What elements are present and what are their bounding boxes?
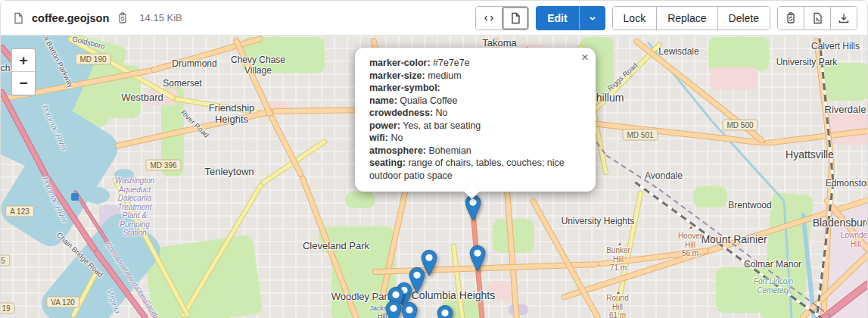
copy-contents-button[interactable] <box>778 7 804 30</box>
open-raw-button[interactable] <box>804 7 830 30</box>
file-actions-group: Lock Replace Delete <box>612 6 770 30</box>
popup-property: power: Yes, at bar seating <box>369 120 581 132</box>
zoom-out-button[interactable]: − <box>12 72 35 95</box>
map-marker[interactable] <box>385 301 402 318</box>
copy-path-button[interactable] <box>115 11 130 26</box>
file-name: coffee.geojson <box>32 12 109 24</box>
file-size: 14.15 KiB <box>139 12 182 23</box>
download-button[interactable] <box>830 7 857 30</box>
popup-close-button[interactable]: × <box>580 48 590 67</box>
map-marker[interactable] <box>469 245 486 272</box>
replace-button[interactable]: Replace <box>656 7 717 30</box>
edit-button[interactable]: Edit <box>536 6 578 30</box>
popup-properties: marker-color: #7e7e7emarker-size: medium… <box>369 57 581 182</box>
popup-property: crowdedness: No <box>369 107 581 120</box>
map-canvas[interactable]: TakomaLewisdaleCalvert HillsUniversity P… <box>1 36 867 318</box>
lock-button[interactable]: Lock <box>613 7 657 30</box>
popup-property: marker-color: #7e7e7e <box>369 57 581 70</box>
file-header: coffee.geojson 14.15 KiB Edit <box>1 1 867 36</box>
popup-property: marker-symbol: <box>369 82 581 95</box>
map-marker[interactable] <box>465 195 481 221</box>
zoom-in-button[interactable]: + <box>12 49 35 72</box>
view-toggle-group <box>475 6 529 30</box>
chevron-down-icon <box>588 14 597 23</box>
popup-property: name: Qualia Coffee <box>369 95 581 108</box>
edit-split-button: Edit <box>536 6 605 30</box>
file-viewer-card: coffee.geojson 14.15 KiB Edit <box>0 0 868 318</box>
map-marker[interactable] <box>437 305 453 318</box>
popup-property: seating: range of chairs, tables, couche… <box>369 157 581 182</box>
feature-popup: × marker-color: #7e7e7emarker-size: medi… <box>355 48 596 192</box>
popup-property: atmosphere: Bohemian <box>369 145 581 157</box>
file-utility-group <box>777 6 857 30</box>
zoom-control: + − <box>11 48 36 96</box>
display-source-button[interactable] <box>476 7 502 30</box>
edit-dropdown-button[interactable] <box>579 6 605 30</box>
display-rendered-button[interactable] <box>502 7 528 30</box>
popup-property: wifi: No <box>369 132 581 145</box>
delete-button[interactable]: Delete <box>717 7 770 30</box>
popup-property: marker-size: medium <box>369 70 581 83</box>
map-marker[interactable] <box>401 302 418 318</box>
file-icon <box>11 11 26 26</box>
